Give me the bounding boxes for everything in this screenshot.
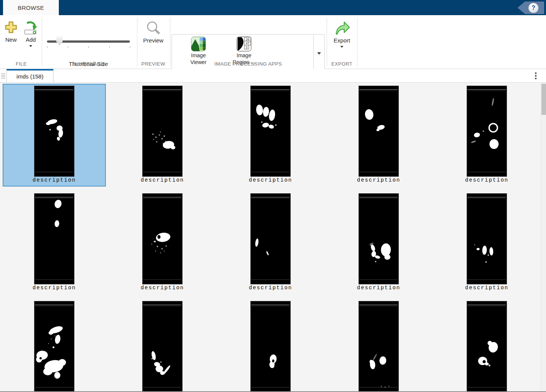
thumbnail-label: description	[3, 177, 106, 183]
browser-content: description description description desc…	[0, 83, 541, 391]
export-button-label: Export	[334, 37, 350, 44]
scrollbar-thumb[interactable]	[541, 84, 546, 115]
thumbnail-cell[interactable]: description	[3, 191, 106, 294]
thumbnail-label: description	[3, 285, 106, 291]
thumbnail-cell[interactable]: description	[435, 299, 538, 391]
magnifier-icon	[146, 20, 161, 36]
thumbnail-cell[interactable]: description	[219, 84, 322, 187]
thumbnail-label: description	[435, 177, 538, 183]
thumbnail-cell[interactable]: description	[3, 299, 106, 391]
thumbnail-cell[interactable]: description	[111, 191, 214, 294]
thumbnail-label: description	[435, 285, 538, 291]
document-tabbar: imds (158)	[0, 69, 546, 83]
thumbnail-image	[142, 301, 183, 391]
drag-grip-icon[interactable]	[1, 72, 5, 79]
thumbnail-grid: description description description desc…	[0, 83, 541, 391]
thumbnail-cell[interactable]: description	[3, 84, 106, 187]
new-button[interactable]: New	[3, 20, 19, 43]
export-dropdown-arrow-icon[interactable]	[340, 46, 343, 48]
help-icon: ?	[528, 3, 539, 13]
thumbnail-label: description	[111, 285, 214, 291]
thumbnail-image	[34, 193, 74, 284]
vertical-scrollbar[interactable]	[541, 83, 546, 391]
thumbnail-cell[interactable]: description	[435, 84, 538, 187]
thumbnail-image	[467, 86, 507, 177]
add-button[interactable]: Add	[22, 20, 39, 47]
preview-button-label: Preview	[143, 37, 163, 44]
help-button[interactable]: ?	[518, 2, 544, 14]
section-divider	[170, 17, 170, 66]
image-region-icon: 26 47 3	[236, 36, 252, 52]
thumbnail-image	[142, 193, 183, 284]
thumbnail-image	[250, 301, 291, 391]
export-arrow-icon	[333, 20, 351, 36]
thumbnail-image	[467, 193, 507, 284]
thumbnail-cell[interactable]: description	[219, 191, 322, 294]
tab-options-kebab-icon[interactable]	[535, 72, 537, 80]
thumbnail-label: description	[327, 177, 430, 183]
thumbnail-size-slider-thumb[interactable]	[56, 36, 63, 45]
titlebar: BROWSE ?	[0, 0, 546, 15]
image-viewer-label-line1: Image	[191, 52, 206, 59]
ribbon-toolstrip: New Add FILE Thumbnail Size THUMBNAILS P…	[0, 15, 546, 69]
section-label-thumbnails: THUMBNAILS	[47, 61, 130, 67]
thumbnail-image	[34, 86, 74, 177]
section-divider	[357, 17, 357, 66]
section-divider	[327, 17, 327, 66]
thumbnail-image	[142, 86, 183, 177]
svg-text:47: 47	[245, 41, 249, 45]
add-dropdown-arrow-icon[interactable]	[29, 45, 32, 47]
thumbnail-image	[359, 193, 399, 284]
apps-gallery-dropdown-button[interactable]	[313, 34, 324, 72]
apps-gallery: Image Viewer 26 47 3 Image Region ...	[172, 34, 325, 73]
thumbnail-image	[250, 193, 291, 284]
new-button-label: New	[5, 36, 17, 43]
thumbnail-cell[interactable]: description	[435, 191, 538, 294]
thumbnail-image	[359, 86, 399, 177]
chevron-down-icon	[317, 52, 321, 55]
thumbnail-cell[interactable]: description	[327, 191, 430, 294]
thumbnail-image	[250, 86, 291, 177]
plus-icon	[4, 20, 18, 35]
svg-text:26: 26	[245, 38, 249, 41]
tab-imds[interactable]: imds (158)	[6, 69, 53, 82]
section-label-file: FILE	[4, 61, 39, 67]
add-import-icon	[23, 20, 38, 35]
thumbnail-cell[interactable]: description	[111, 84, 214, 187]
thumbnail-image	[359, 301, 399, 391]
export-button[interactable]: Export	[331, 20, 353, 48]
section-label-image-processing-apps: IMAGE PROCESSING APPS	[172, 61, 325, 67]
thumbnail-label: description	[111, 177, 214, 183]
add-button-label: Add	[26, 36, 36, 43]
thumbnail-label: description	[219, 177, 322, 183]
preview-button[interactable]: Preview	[142, 20, 165, 44]
section-label-preview: PREVIEW	[138, 61, 168, 67]
thumbnail-cell[interactable]: description	[219, 299, 322, 391]
section-divider	[42, 17, 42, 66]
svg-text:3: 3	[245, 45, 247, 49]
thumbnail-cell[interactable]: description	[111, 299, 214, 391]
thumbnail-label: description	[327, 285, 430, 291]
image-viewer-icon	[190, 36, 206, 52]
thumbnail-cell[interactable]: description	[327, 84, 430, 187]
section-label-export: EXPORT	[327, 61, 357, 67]
thumbnail-cell[interactable]: description	[327, 299, 430, 391]
thumbnail-image	[467, 301, 507, 391]
section-divider	[137, 17, 137, 66]
ribbon-tab-browse[interactable]: BROWSE	[3, 0, 59, 15]
thumbnail-label: description	[219, 285, 322, 291]
image-region-label-line1: Image	[237, 52, 252, 59]
thumbnail-image	[34, 301, 74, 391]
